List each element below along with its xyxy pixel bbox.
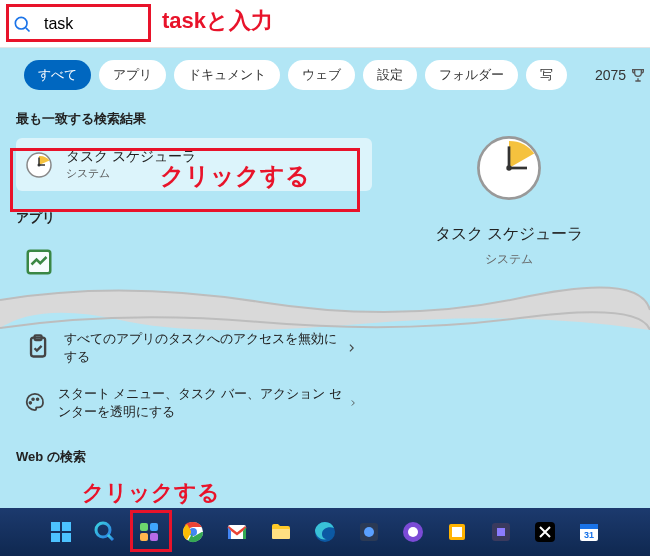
task-scheduler-icon: [24, 150, 54, 180]
calendar-icon[interactable]: 31: [572, 515, 606, 549]
preview-subtitle: システム: [384, 251, 634, 268]
paint-icon: [24, 388, 46, 418]
preview-title: タスク スケジューラ: [384, 224, 634, 245]
results-area: 最も一致する検索結果 タスク スケジューラ システム アプリ タスク スケジュー…: [0, 102, 650, 287]
search-input[interactable]: [44, 15, 638, 33]
rewards-points[interactable]: 2075: [595, 67, 646, 83]
tab-apps[interactable]: アプリ: [99, 60, 166, 90]
tab-all[interactable]: すべて: [24, 60, 91, 90]
clipboard-icon: [24, 333, 52, 363]
annotation-label-search: taskと入力: [162, 6, 273, 36]
x-icon[interactable]: [528, 515, 562, 549]
edge-icon[interactable]: [308, 515, 342, 549]
tab-photos-truncated[interactable]: 写: [526, 60, 567, 90]
lower-results: すべてのアプリのタスクへのアクセスを無効にする スタート メニュー、タスク バー…: [16, 320, 366, 466]
start-button[interactable]: [44, 515, 78, 549]
svg-rect-18: [62, 522, 71, 531]
chevron-right-icon: [345, 341, 358, 355]
setting-item-1[interactable]: スタート メニュー、タスク バー、アクション センターを透明にする: [16, 375, 366, 430]
filter-tabs: すべて アプリ ドキュメント ウェブ 設定 フォルダー 写 2075: [0, 48, 650, 102]
svg-point-33: [364, 527, 374, 537]
tab-settings[interactable]: 設定: [363, 60, 417, 90]
svg-rect-30: [272, 529, 290, 539]
search-bar: taskと入力: [0, 0, 650, 48]
svg-point-21: [96, 523, 110, 537]
app-icon-1[interactable]: [132, 515, 166, 549]
annotation-label-taskbar: クリックする: [82, 478, 220, 508]
svg-point-15: [32, 398, 34, 400]
heading-web: Web の検索: [16, 448, 366, 466]
best-match-item[interactable]: タスク スケジューラ システム: [16, 138, 372, 191]
svg-rect-24: [150, 523, 158, 531]
heading-best-match: 最も一致する検索結果: [16, 110, 372, 128]
taskbar: 31: [0, 508, 650, 556]
svg-rect-17: [51, 522, 60, 531]
tab-web[interactable]: ウェブ: [288, 60, 355, 90]
svg-point-11: [506, 165, 511, 170]
trophy-icon: [630, 67, 646, 83]
svg-rect-23: [140, 523, 148, 531]
app-result-truncated[interactable]: [16, 237, 372, 287]
app-icon-5[interactable]: [484, 515, 518, 549]
app-icon-3[interactable]: [396, 515, 430, 549]
search-button[interactable]: [88, 515, 122, 549]
tab-folders[interactable]: フォルダー: [425, 60, 518, 90]
explorer-icon[interactable]: [264, 515, 298, 549]
svg-rect-36: [452, 527, 462, 537]
svg-rect-26: [150, 533, 158, 541]
svg-point-16: [37, 398, 39, 400]
svg-line-22: [108, 535, 113, 540]
app-icon-4[interactable]: [440, 515, 474, 549]
svg-rect-20: [62, 533, 71, 542]
setting-text-1: スタート メニュー、タスク バー、アクション センターを透明にする: [58, 385, 348, 420]
setting-item-0[interactable]: すべてのアプリのタスクへのアクセスを無効にする: [16, 320, 366, 375]
best-match-subtitle: システム: [66, 166, 196, 181]
best-match-title: タスク スケジューラ: [66, 148, 196, 166]
heading-apps: アプリ: [16, 209, 372, 227]
svg-line-1: [26, 27, 30, 31]
svg-point-6: [38, 163, 41, 166]
chevron-right-icon: [348, 396, 358, 410]
svg-rect-40: [580, 524, 598, 529]
task-manager-icon: [24, 247, 54, 277]
gmail-icon[interactable]: [220, 515, 254, 549]
svg-rect-25: [140, 533, 148, 541]
app-icon-2[interactable]: [352, 515, 386, 549]
svg-rect-19: [51, 533, 60, 542]
preview-icon: [473, 132, 545, 204]
svg-text:31: 31: [584, 530, 594, 540]
svg-point-0: [15, 17, 27, 29]
chrome-icon[interactable]: [176, 515, 210, 549]
svg-point-14: [29, 402, 31, 404]
points-value: 2075: [595, 67, 626, 83]
tab-documents[interactable]: ドキュメント: [174, 60, 280, 90]
preview-pane: タスク スケジューラ システム: [384, 102, 634, 287]
setting-text-0: すべてのアプリのタスクへのアクセスを無効にする: [64, 330, 345, 365]
search-icon: [12, 14, 32, 34]
